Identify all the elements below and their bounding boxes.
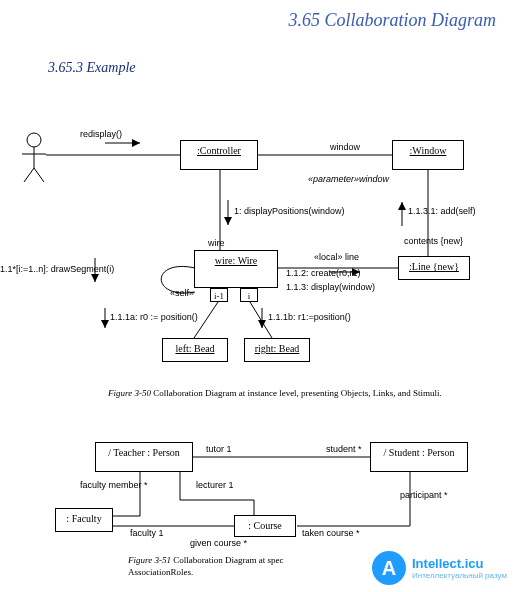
watermark: A Intellect.icu Интеллектуальный разум [354,544,514,592]
param-window: «parameter»window [308,174,389,184]
svg-line-3 [24,168,34,182]
box-controller: :Controller [180,140,258,170]
label-wire: wire: Wire [215,255,257,266]
caption-fig50-num: Figure 3-50 [108,388,151,398]
msg-112: 1.1.2: create(r0,r1) [286,268,361,278]
box-teacher: / Teacher : Person [95,442,193,472]
link-window: window [330,142,360,152]
label-left-bead: left: Bead [175,343,214,354]
msg-11b: 1.1.1b: r1:=position() [268,312,351,322]
msg-11a: 1.1.1a: r0 := position() [110,312,198,322]
label-course: : Course [248,520,282,531]
local-line: «local» line [314,252,359,262]
label-teacher: / Teacher : Person [108,447,180,458]
watermark-subtitle: Интеллектуальный разум [412,571,507,580]
role-lecturer: lecturer 1 [196,480,234,490]
label-faculty: : Faculty [66,513,101,524]
assoc-wire: wire [208,238,225,248]
role-faculty1: faculty 1 [130,528,164,538]
box-course: : Course [234,515,296,537]
role-taken-course: taken course * [302,528,360,538]
caption-fig50: Figure 3-50 Collaboration Diagram at ins… [108,388,488,398]
watermark-icon: A [372,551,406,585]
msg-redisplay: redisplay() [80,129,122,139]
box-wire: wire: Wire [194,250,278,288]
label-window: :Window [410,145,447,156]
qualifier-right: i [240,288,258,302]
role-tutor: tutor 1 [206,444,232,454]
caption-fig51-num: Figure 3-51 [128,555,171,565]
caption-fig51-text-a: Collaboration Diagram at spec [171,555,283,565]
role-participant: participant * [400,490,448,500]
role-given-course: given course * [190,538,247,548]
watermark-title: Intellect.icu [412,556,507,571]
box-window: :Window [392,140,464,170]
section-title: 3.65 Collaboration Diagram [288,10,496,31]
caption-fig50-text: Collaboration Diagram at instance level,… [151,388,442,398]
box-right-bead: right: Bead [244,338,310,362]
box-line: :Line {new} [398,256,470,280]
role-faculty-member: faculty member * [80,480,148,490]
msg-drawseg: 1.1*[i:=1..n]: drawSegment(i) [0,264,114,274]
svg-line-4 [34,168,44,182]
caption-fig51-text-b: AssociationRoles. [128,567,193,577]
box-student: / Student : Person [370,442,468,472]
msg-113: 1.1.3: display(window) [286,282,375,292]
label-controller: :Controller [197,145,241,156]
qualifier-left: i-1 [210,288,228,302]
label-student: / Student : Person [384,447,455,458]
msg-1: 1: displayPositions(window) [234,206,345,216]
box-faculty: : Faculty [55,508,113,532]
box-left-bead: left: Bead [162,338,228,362]
msg-1131: 1.1.3.1: add(self) [408,206,476,216]
self-stereo: «self» [170,288,194,298]
subsection-title: 3.65.3 Example [48,60,135,76]
link-contents: contents {new} [404,236,463,246]
label-line: :Line {new} [409,261,459,272]
label-right-bead: right: Bead [255,343,300,354]
role-student: student * [326,444,362,454]
svg-point-0 [27,133,41,147]
